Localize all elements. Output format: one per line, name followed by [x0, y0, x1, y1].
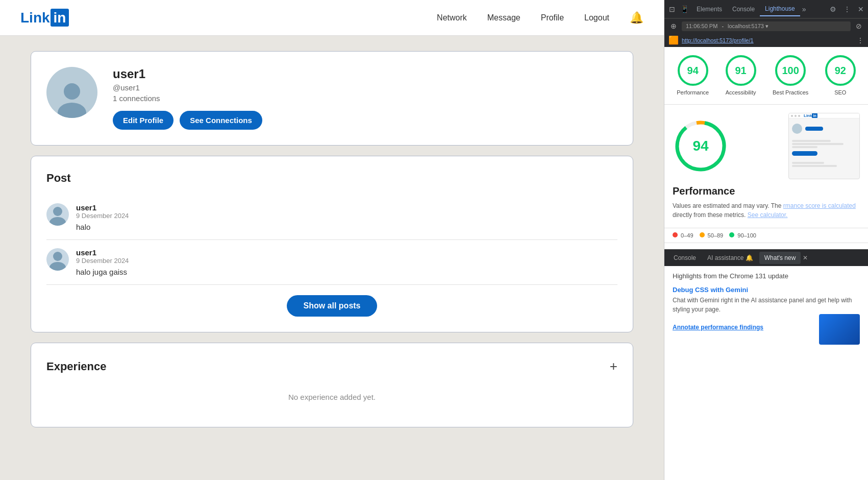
score-performance: 94 Performance — [677, 55, 709, 96]
screenshot-inner — [789, 118, 859, 179]
brand-text: Linkin — [20, 10, 69, 26]
profile-name: user1 — [113, 67, 262, 81]
devtools-device-icon[interactable]: 📱 — [678, 5, 691, 13]
post-avatar-icon-1 — [46, 203, 69, 226]
score-circle-best-practices: 100 — [775, 55, 806, 86]
annotate-performance-link[interactable]: Annotate performance findings — [673, 324, 763, 331]
post-item-2: user1 9 Desember 2024 halo juga gaiss — [46, 240, 617, 285]
nav-logout[interactable]: Logout — [584, 13, 609, 22]
show-all-posts-button[interactable]: Show all posts — [287, 295, 377, 317]
devtools-reload-icon[interactable]: ⊕ — [668, 21, 679, 31]
navbar: Linkin Network Message Profile Logout 🔔 — [0, 0, 664, 36]
lighthouse-scores: 94 Performance 91 Accessibility 100 Best… — [664, 47, 868, 105]
screenshot-brand: Linkin — [804, 113, 817, 118]
avatar — [46, 67, 97, 118]
devtools-block-icon[interactable]: ⊘ — [854, 21, 864, 31]
post-author-1: user1 — [76, 203, 617, 212]
devtools-url-more-icon[interactable]: ⋮ — [857, 36, 864, 44]
profile-card: user1 @user1 1 connections Edit Profile … — [31, 51, 633, 146]
bottom-tab-ai-assistance[interactable]: AI assistance 🔔 — [702, 252, 758, 264]
screenshot-btn-1 — [805, 127, 823, 131]
experience-section-title: Experience — [46, 360, 106, 373]
legend-label-1: 0–49 — [673, 232, 693, 238]
whats-new-panel: Highlights from the Chrome 131 update De… — [664, 266, 868, 481]
score-seo: 92 SEO — [825, 55, 856, 96]
profile-connections-count: 1 connections — [113, 94, 262, 103]
bottom-tab-whats-new[interactable]: What's new — [759, 252, 801, 264]
svg-point-5 — [49, 262, 66, 271]
experience-header: Experience + — [46, 358, 617, 374]
devtools-close-icon[interactable]: ✕ — [856, 4, 866, 14]
perf-big-circle: 94 — [673, 118, 729, 174]
devtools-url-row: 🟧 http://localhost:5173/profile/1 ⋮ — [664, 33, 868, 47]
devtools-cursor-icon[interactable]: ⊡ — [666, 5, 678, 13]
devtools-url-label[interactable]: localhost:5173 ▾ — [728, 23, 768, 30]
devtools-top-actions: ⚙ ⋮ ✕ — [828, 4, 866, 14]
screenshot-exp-line-1 — [792, 162, 824, 164]
svg-point-4 — [53, 252, 62, 261]
screenshot-line-3 — [792, 146, 817, 148]
screenshot-exp-section — [792, 161, 856, 168]
devtools-tab-lighthouse[interactable]: Lighthouse — [760, 2, 800, 16]
post-date-1: 9 Desember 2024 — [76, 212, 617, 220]
svg-point-2 — [53, 207, 62, 216]
perf-see-calc-link[interactable]: See calculator. — [748, 211, 788, 219]
experience-card: Experience + No experience added yet. — [31, 343, 633, 427]
screenshot-nav: Linkin — [789, 113, 859, 118]
post-info-1: user1 9 Desember 2024 halo — [76, 203, 617, 231]
svg-point-3 — [49, 217, 66, 226]
add-experience-button[interactable]: + — [610, 358, 617, 374]
nav-profile[interactable]: Profile — [541, 13, 564, 22]
devtools-settings-icon[interactable]: ⚙ — [828, 4, 838, 14]
metrics-section: METRICS Expand view First Contentful Pai… — [664, 243, 868, 249]
post-author-2: user1 — [76, 248, 617, 257]
notification-bell-icon[interactable]: 🔔 — [630, 11, 643, 25]
devtools-vertical-dots-icon[interactable]: ⋮ — [841, 4, 853, 14]
whats-new-header: Highlights from the Chrome 131 update — [673, 272, 860, 280]
legend-dot-pass — [729, 232, 734, 237]
devtools-tab-console[interactable]: Console — [727, 3, 760, 16]
perf-screenshot: Linkin — [788, 113, 860, 179]
profile-info: user1 @user1 1 connections Edit Profile … — [113, 67, 262, 130]
perf-calc-link[interactable]: rmance score is calculated — [783, 202, 856, 209]
profile-buttons: Edit Profile See Connections — [113, 111, 262, 130]
edit-profile-button[interactable]: Edit Profile — [113, 111, 173, 130]
bottom-tab-console[interactable]: Console — [668, 252, 701, 264]
experience-empty-message: No experience added yet. — [46, 382, 617, 412]
screenshot-line-2 — [792, 143, 844, 145]
score-label-seo: SEO — [834, 89, 846, 96]
perf-circle-wrap: 94 Linkin — [673, 113, 860, 179]
score-best-practices: 100 Best Practices — [773, 55, 808, 96]
devtools-tab-elements[interactable]: Elements — [691, 3, 727, 16]
whats-new-item-1-image — [819, 314, 860, 345]
score-accessibility: 91 Accessibility — [726, 55, 756, 96]
bottom-tab-close-icon[interactable]: ✕ — [803, 254, 808, 261]
devtools-panel: ⊡ 📱 Elements Console Lighthouse » ⚙ ⋮ ✕ … — [664, 0, 868, 480]
legend-range-avg: 50–89 — [708, 232, 724, 238]
scores-grid: 94 Performance 91 Accessibility 100 Best… — [673, 55, 860, 96]
post-item-1: user1 9 Desember 2024 halo — [46, 195, 617, 240]
avatar-icon — [52, 77, 92, 118]
show-all-wrap: Show all posts — [46, 295, 617, 317]
legend-label-3: 90–100 — [729, 232, 756, 238]
post-content-1: halo — [76, 223, 617, 231]
screenshot-exp-line-2 — [792, 165, 837, 167]
score-legend: 0–49 50–89 90–100 — [664, 228, 868, 243]
svg-point-1 — [58, 103, 86, 118]
devtools-full-url[interactable]: http://localhost:5173/profile/1 — [682, 37, 754, 43]
screenshot-line-1 — [792, 140, 831, 142]
devtools-tabs-more-icon[interactable]: » — [800, 5, 808, 13]
post-avatar-icon-2 — [46, 248, 69, 271]
posts-card: Post user1 9 Desember 2024 halo — [31, 156, 633, 332]
nav-network[interactable]: Network — [437, 13, 467, 22]
devtools-time: 11:06:50 PM — [686, 23, 717, 29]
score-circle-performance: 94 — [678, 55, 708, 86]
devtools-url-bar: 11:06:50 PM - localhost:5173 ▾ — [682, 21, 851, 31]
legend-dot-fail — [673, 232, 678, 237]
devtools-content: 94 Performance 91 Accessibility 100 Best… — [664, 47, 868, 249]
see-connections-button[interactable]: See Connections — [180, 111, 262, 130]
devtools-top-bar: ⊡ 📱 Elements Console Lighthouse » ⚙ ⋮ ✕ — [664, 0, 868, 18]
screenshot-nav-dot-3 — [798, 115, 800, 117]
whats-new-item-1-title[interactable]: Debug CSS with Gemini — [673, 286, 860, 294]
nav-message[interactable]: Message — [487, 13, 520, 22]
